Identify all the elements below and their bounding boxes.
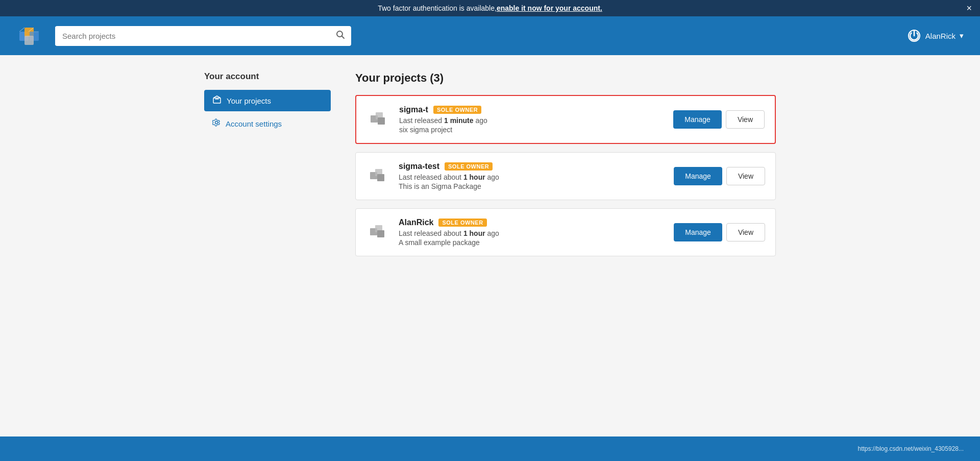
projects-title: Your projects (3) [355,71,776,85]
svg-rect-18 [377,174,384,181]
dropdown-icon: ▾ [960,31,964,40]
svg-point-12 [215,122,218,124]
manage-button[interactable]: Manage [674,167,722,185]
sidebar-item-label: Account settings [226,119,282,128]
project-card: sigma-t SOLE OWNER Last released 1 minut… [355,95,776,144]
search-bar [55,26,351,46]
project-package-icon [366,221,388,244]
notification-text: Two factor authentication is available, [378,4,497,12]
notification-bar: Two factor authentication is available, … [0,0,980,16]
project-desc: A small example package [399,238,664,247]
project-card: sigma-test SOLE OWNER Last released abou… [355,152,776,200]
notification-close-button[interactable]: × [966,4,972,13]
project-meta: Last released 1 minute ago [399,116,663,125]
view-button[interactable]: View [726,167,765,185]
svg-rect-3 [24,36,34,45]
sidebar-item-your-projects[interactable]: Your projects [204,90,331,111]
view-button[interactable]: View [726,223,765,241]
sole-owner-badge: SOLE OWNER [433,106,481,114]
header: AlanRick ▾ [0,16,980,55]
search-input[interactable] [55,27,330,45]
sole-owner-badge: SOLE OWNER [445,162,493,171]
footer: https://blog.csdn.net/weixin_4305928... [0,436,980,461]
footer-link[interactable]: https://blog.csdn.net/weixin_4305928... [858,445,964,452]
project-name: sigma-test [399,162,439,171]
gear-icon [212,118,220,129]
svg-line-4 [19,28,24,32]
project-actions: Manage View [673,110,765,129]
project-name: sigma-t [399,105,428,114]
power-icon [907,29,921,43]
project-name: AlanRick [399,218,433,227]
search-icon [336,30,345,39]
projects-area: Your projects (3) sigma-t SOLE OWNER Las… [347,71,796,420]
main-content: Your account Your projects Account setti… [184,55,796,436]
user-name: AlanRick [925,32,955,40]
package-icon [212,95,222,106]
sole-owner-badge: SOLE OWNER [438,219,486,227]
project-meta: Last released about 1 hour ago [399,229,664,237]
manage-button[interactable]: Manage [674,223,722,241]
project-meta: Last released about 1 hour ago [399,173,664,181]
manage-button[interactable]: Manage [673,110,722,129]
project-actions: Manage View [674,223,765,241]
sidebar-item-label: Your projects [227,96,271,105]
project-name-row: AlanRick SOLE OWNER [399,218,664,227]
sidebar: Your account Your projects Account setti… [184,71,347,420]
project-name-row: sigma-t SOLE OWNER [399,105,663,114]
logo[interactable] [16,22,43,49]
view-button[interactable]: View [726,110,765,129]
project-package-icon [366,165,388,187]
project-desc: six sigma project [399,126,663,134]
sidebar-section-title: Your account [204,71,331,82]
notification-link[interactable]: enable it now for your account. [497,4,602,12]
project-card: AlanRick SOLE OWNER Last released about … [355,208,776,256]
user-menu[interactable]: AlanRick ▾ [907,29,964,43]
project-info: sigma-test SOLE OWNER Last released abou… [399,162,664,190]
search-button[interactable] [330,26,351,46]
svg-line-8 [342,36,345,38]
svg-rect-15 [378,117,385,125]
project-info: sigma-t SOLE OWNER Last released 1 minut… [399,105,663,134]
sidebar-item-account-settings[interactable]: Account settings [204,113,331,134]
project-name-row: sigma-test SOLE OWNER [399,162,664,171]
project-package-icon [366,108,389,131]
project-info: AlanRick SOLE OWNER Last released about … [399,218,664,247]
project-desc: This is an Sigma Package [399,182,664,190]
project-actions: Manage View [674,167,765,185]
svg-rect-21 [377,230,384,237]
